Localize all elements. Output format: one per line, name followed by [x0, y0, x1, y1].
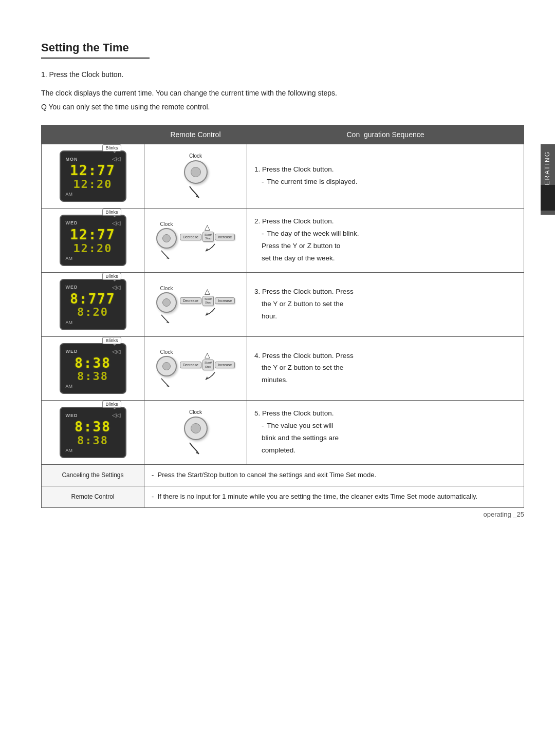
- col-header-remote: Remote Control: [144, 125, 247, 144]
- note-label-1: Remote Control: [42, 486, 144, 507]
- config-cell-3: 4. Press the Clock button. Pressthe Y or…: [247, 336, 524, 401]
- instruction-text: the Y or Z button to set the: [254, 362, 516, 374]
- remote-cell-3: Clock△DecreaseStart/StopIncrease: [144, 336, 247, 401]
- table-row: BlinksWED◁◁12:7712:20AMClock△DecreaseSta…: [42, 208, 524, 272]
- instruction-text: 1. Press the Clock button.: [254, 164, 516, 176]
- instruction-text: Press the Y or Z button to: [254, 240, 516, 252]
- instruction-text: - The day of the week will blink.: [254, 228, 516, 240]
- config-cell-4: 5. Press the Clock button.- The value yo…: [247, 401, 524, 465]
- intro-text-1: 1. Press the Clock button.: [41, 69, 524, 80]
- instruction-text: 4. Press the Clock button. Press: [254, 350, 516, 362]
- sidebar-accent: [541, 185, 555, 211]
- instructions-table: Remote Control Con guration Sequence Bli…: [41, 125, 524, 508]
- config-cell-0: 1. Press the Clock button.- The current …: [247, 144, 524, 209]
- page-number: operating _25: [483, 511, 524, 518]
- section-title: Setting the Time: [41, 41, 150, 59]
- instruction-text: minutes.: [254, 374, 516, 386]
- remote-cell-2: Clock△DecreaseStart/StopIncrease: [144, 272, 247, 336]
- note-content-1: - If there is no input for 1 minute whil…: [144, 486, 524, 507]
- table-row: BlinksWED◁◁8:388:38AMClock5. Press the C…: [42, 401, 524, 465]
- display-cell-2: BlinksWED◁◁8:7778:20AM: [42, 272, 144, 336]
- instruction-text: 2. Press the Clock button.: [254, 216, 516, 228]
- intro-paragraph-2: Q You can only set the time using the re…: [41, 101, 524, 112]
- display-cell-1: BlinksWED◁◁12:7712:20AM: [42, 208, 144, 272]
- instruction-text: hour.: [254, 311, 516, 323]
- display-cell-0: BlinksMON◁◁12:7712:20AM: [42, 144, 144, 209]
- instruction-text: blink and the settings are: [254, 432, 516, 444]
- instruction-text: - The value you set will: [254, 420, 516, 432]
- note-content-0: - Press the Start/Stop button to cancel …: [144, 465, 524, 486]
- instruction-text: 5. Press the Clock button.: [254, 408, 516, 420]
- remote-cell-1: Clock△DecreaseStart/StopIncrease: [144, 208, 247, 272]
- display-cell-4: BlinksWED◁◁8:388:38AM: [42, 401, 144, 465]
- note-row-1: Remote Control- If there is no input for…: [42, 486, 524, 507]
- display-cell-3: BlinksWED◁◁8:388:38AM: [42, 336, 144, 401]
- instruction-text: 3. Press the Clock button. Press: [254, 286, 516, 298]
- config-cell-2: 3. Press the Clock button. Pressthe Y or…: [247, 272, 524, 336]
- col-header-config: Con guration Sequence: [247, 125, 524, 144]
- instruction-text: completed.: [254, 445, 516, 457]
- col-header-display: [42, 125, 144, 144]
- table-row: BlinksWED◁◁8:388:38AMClock△DecreaseStart…: [42, 336, 524, 401]
- page-container: 03 OPERATING Setting the Time 1. Press t…: [0, 0, 555, 539]
- instruction-text: - The current time is displayed.: [254, 176, 516, 188]
- remote-cell-0: Clock: [144, 144, 247, 209]
- table-row: BlinksMON◁◁12:7712:20AMClock1. Press the…: [42, 144, 524, 209]
- instruction-text: the Y or Z button to set the: [254, 298, 516, 310]
- note-label-0: Canceling the Settings: [42, 465, 144, 486]
- remote-cell-4: Clock: [144, 401, 247, 465]
- note-row-0: Canceling the Settings- Press the Start/…: [42, 465, 524, 486]
- instruction-text: set the day of the week.: [254, 253, 516, 264]
- intro-paragraph-1: The clock displays the current time. You…: [41, 87, 524, 99]
- config-cell-1: 2. Press the Clock button.- The day of t…: [247, 208, 524, 272]
- table-row: BlinksWED◁◁8:7778:20AMClock△DecreaseStar…: [42, 272, 524, 336]
